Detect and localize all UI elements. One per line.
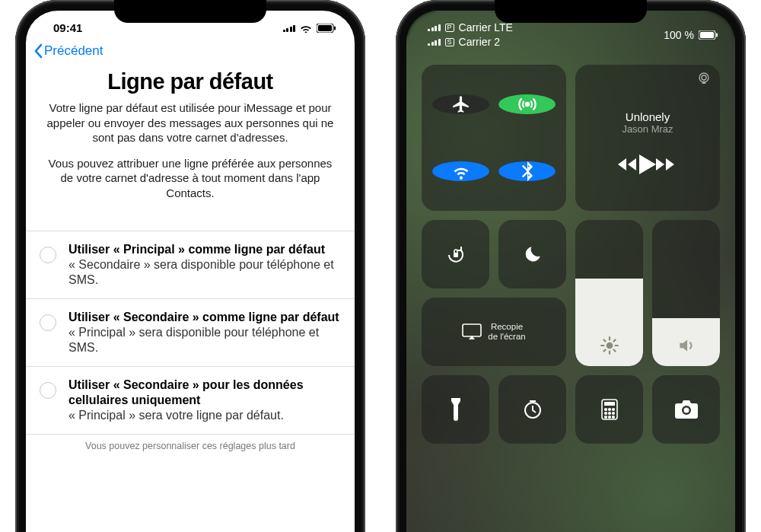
phone-right: P Carrier LTE S Carrier 2 100 % (396, 0, 746, 532)
option-sub: « Principal » sera disponible pour télép… (68, 325, 342, 355)
track-artist: Jason Mraz (622, 123, 673, 135)
header-block: Ligne par défaut Votre ligne par défaut … (26, 65, 355, 217)
radio-unchecked-icon (40, 382, 56, 399)
carrier-primary: P Carrier LTE (428, 21, 513, 33)
previous-track-button[interactable] (618, 157, 639, 172)
track-title: Unlonely (622, 110, 673, 123)
bluetooth-icon (519, 161, 536, 181)
options-list: Utiliser « Principal » comme ligne par d… (26, 231, 355, 435)
timer-icon (522, 399, 543, 420)
option-secondary[interactable]: Utiliser « Secondaire » comme ligne par … (26, 299, 355, 367)
control-center-grid: Unlonely Jason Mraz (406, 53, 735, 456)
carrier-stack: P Carrier LTE S Carrier 2 (428, 21, 513, 48)
calculator-button[interactable] (575, 375, 643, 444)
bluetooth-toggle[interactable] (498, 161, 556, 181)
sim-badge: S (445, 38, 454, 46)
svg-point-22 (608, 416, 610, 419)
svg-point-23 (612, 416, 614, 419)
screen-settings: 09:41 Précédent (26, 11, 355, 532)
footer-note: Vous pouvez personnaliser ces réglages p… (26, 435, 355, 451)
mirror-label-1: Recopie (488, 322, 526, 332)
now-playing-tile[interactable]: Unlonely Jason Mraz (575, 65, 720, 211)
screen-mirroring-button[interactable]: Recopie de l'écran (422, 298, 566, 366)
do-not-disturb-toggle[interactable] (498, 220, 566, 288)
speaker-icon (677, 336, 696, 355)
svg-point-16 (608, 409, 610, 411)
carrier-secondary: S Carrier 2 (428, 36, 513, 48)
svg-point-17 (612, 409, 614, 411)
svg-rect-1 (318, 25, 332, 31)
back-label: Précédent (44, 43, 103, 59)
svg-point-7 (702, 75, 706, 80)
flashlight-icon (449, 398, 463, 421)
airplane-icon (451, 94, 471, 114)
camera-icon (675, 400, 698, 419)
notch (114, 0, 266, 23)
svg-point-10 (606, 342, 613, 349)
battery-icon (699, 30, 718, 40)
screen-mirror-icon (462, 323, 482, 340)
back-button[interactable]: Précédent (26, 34, 355, 65)
flashlight-button[interactable] (422, 375, 489, 444)
status-indicators (283, 21, 337, 34)
svg-point-19 (608, 413, 610, 415)
connectivity-group (422, 65, 566, 211)
option-sub: « Secondaire » sera disponible pour télé… (68, 257, 342, 288)
rotation-lock-icon (444, 243, 467, 266)
option-title: Utiliser « Principal » comme ligne par d… (68, 242, 342, 257)
option-sub: « Principal » sera votre ligne par défau… (68, 408, 342, 423)
svg-rect-11 (463, 324, 481, 336)
wifi-toggle[interactable] (432, 161, 489, 181)
sun-icon (600, 336, 619, 355)
svg-rect-9 (454, 253, 458, 257)
antenna-icon (517, 94, 537, 114)
svg-rect-5 (716, 33, 718, 37)
signal-icon (428, 21, 441, 33)
timer-button[interactable] (498, 375, 566, 444)
mirror-label-2: de l'écran (488, 332, 526, 342)
battery-percent: 100 % (664, 29, 694, 41)
wifi-icon (451, 161, 471, 181)
cellular-icon (283, 21, 296, 34)
moon-icon (523, 244, 543, 264)
cellular-data-toggle[interactable] (498, 94, 556, 114)
svg-point-6 (525, 103, 528, 106)
chevron-left-icon (33, 43, 43, 59)
option-data-only[interactable]: Utiliser « Secondaire » pour les données… (26, 367, 355, 435)
phone-left: 09:41 Précédent (15, 0, 365, 532)
next-track-button[interactable] (656, 157, 677, 172)
battery-status: 100 % (664, 21, 718, 48)
intro-paragraph-1: Votre ligne par défaut est utilisée pour… (43, 100, 338, 145)
svg-rect-4 (700, 32, 714, 38)
option-primary[interactable]: Utiliser « Principal » comme ligne par d… (26, 231, 355, 299)
svg-point-20 (612, 413, 614, 415)
wifi-icon (300, 24, 312, 33)
calculator-icon (601, 399, 618, 420)
svg-point-18 (604, 413, 607, 415)
airplay-icon (697, 72, 711, 84)
screen-control-center: P Carrier LTE S Carrier 2 100 % (406, 11, 735, 532)
svg-point-15 (604, 409, 607, 411)
sim-badge: P (445, 24, 454, 32)
carrier-name: Carrier 2 (459, 36, 500, 48)
option-title: Utiliser « Secondaire » pour les données… (68, 377, 342, 408)
battery-icon (317, 24, 336, 33)
page-title: Ligne par défaut (43, 69, 338, 94)
orientation-lock-toggle[interactable] (422, 220, 489, 288)
status-time: 09:41 (53, 21, 82, 34)
play-button[interactable] (639, 155, 656, 174)
radio-unchecked-icon (40, 314, 56, 331)
airplane-mode-toggle[interactable] (432, 94, 489, 114)
signal-icon (428, 36, 441, 48)
camera-button[interactable] (652, 375, 720, 444)
svg-rect-2 (334, 26, 336, 30)
svg-point-21 (604, 416, 607, 419)
svg-rect-14 (604, 402, 615, 406)
carrier-name: Carrier LTE (459, 21, 513, 33)
volume-slider[interactable] (652, 220, 720, 366)
option-title: Utiliser « Secondaire » comme ligne par … (68, 310, 342, 325)
radio-unchecked-icon (40, 247, 56, 263)
brightness-slider[interactable] (575, 220, 643, 366)
intro-paragraph-2: Vous pouvez attribuer une ligne préférée… (43, 156, 338, 201)
notch (495, 0, 647, 23)
